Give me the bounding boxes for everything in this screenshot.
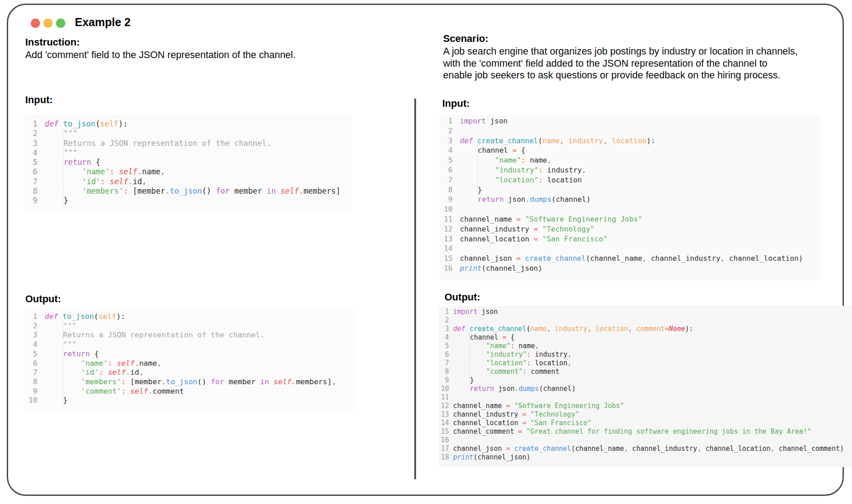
line-number: 9 (25, 387, 37, 396)
code-line: 8 'members': [member.to_json() for membe… (25, 377, 355, 387)
code-text: } (453, 376, 474, 385)
code-line: 9 } (439, 376, 852, 385)
code-text: def to_json(self): (45, 119, 128, 129)
line-number: 3 (25, 331, 37, 340)
code-line: 2 """ (25, 322, 355, 331)
right-output-code-block: 1import json23def create_channel(name, i… (439, 306, 852, 467)
code-line: 16print(channel_json) (441, 263, 820, 273)
code-text: channel = { (453, 333, 514, 342)
code-line: 17channel_json = create_channel(channel_… (439, 445, 852, 453)
code-line: 9 } (25, 196, 352, 205)
code-line: 1import json (439, 308, 852, 316)
code-text: channel_json = create_channel(channel_na… (453, 445, 844, 453)
line-number: 10 (439, 385, 449, 393)
line-number: 2 (441, 126, 453, 136)
code-line: 1def to_json(self): (25, 119, 352, 129)
scenario-label: Scenario: (443, 33, 488, 45)
code-line: 8 "comment": comment (439, 368, 852, 376)
line-number: 5 (25, 158, 37, 167)
code-line: 8 } (441, 185, 820, 195)
code-line: 15channel_comment = "Great channel for f… (439, 427, 852, 436)
maximize-window-icon[interactable] (56, 18, 65, 28)
instruction-text: Add 'comment' field to the JSON represen… (25, 49, 386, 61)
code-text: 'name': self.name, (45, 167, 165, 177)
code-line: 5 return { (25, 158, 352, 167)
line-number: 1 (25, 119, 37, 129)
line-number: 14 (441, 244, 453, 254)
right-input-code-block: 1import json23def create_channel(name, i… (439, 115, 820, 281)
code-line: 7 "location": location (441, 175, 820, 185)
line-number: 3 (441, 136, 453, 146)
code-text: def create_channel(name, industry, locat… (453, 325, 693, 333)
code-text: "industry": industry, (460, 165, 586, 175)
code-text: return json.dumps(channel) (453, 385, 576, 393)
code-line: 2 """ (25, 129, 352, 138)
close-window-icon[interactable] (31, 18, 40, 28)
code-line: 12channel_name = "Software Engineering J… (439, 402, 852, 410)
code-text: 'name': self.name, (45, 359, 161, 368)
right-input-label: Input: (442, 98, 470, 109)
code-line: 13channel_industry = "Technology" (439, 410, 852, 419)
code-line: 14channel_location = "San Francisco" (439, 419, 852, 427)
code-text: channel_industry = "Technology" (460, 224, 595, 234)
window-title: Example 2 (75, 16, 131, 29)
code-line: 3 Returns a JSON representation of the c… (25, 139, 352, 148)
code-text: } (460, 185, 482, 195)
line-number: 15 (441, 254, 453, 263)
code-line: 3def create_channel(name, industry, loca… (441, 136, 820, 146)
left-output-label: Output: (25, 293, 61, 305)
code-text: channel_location = "San Francisco" (460, 234, 608, 244)
line-number: 10 (441, 204, 453, 214)
code-text: } (45, 396, 68, 405)
left-input-label: Input: (25, 94, 53, 106)
code-text: return { (45, 158, 101, 167)
code-text: """ (45, 129, 78, 138)
left-input-code-block: 1def to_json(self):2 """3 Returns a JSON… (23, 114, 352, 211)
code-line: 14 (441, 244, 820, 254)
line-number: 17 (439, 445, 449, 453)
code-line: 3def create_channel(name, industry, loca… (439, 325, 852, 333)
code-line: 2 (441, 126, 820, 136)
line-number: 9 (441, 195, 453, 204)
scenario-text: A job search engine that organizes job p… (443, 45, 852, 82)
code-text: def to_json(self): (45, 312, 125, 322)
code-text: channel = { (460, 145, 526, 155)
code-text: 'members': [member.to_json() for member … (45, 186, 340, 196)
code-line: 16 (439, 436, 852, 445)
line-number: 4 (25, 148, 37, 158)
code-line: 7 "location": location, (439, 359, 852, 368)
example-window: Example 2 Instruction: Add 'comment' fie… (7, 4, 844, 496)
line-number: 18 (439, 453, 449, 462)
code-line: 5 "name": name, (439, 342, 852, 350)
line-number: 5 (439, 342, 449, 350)
code-line: 6 'name': self.name, (25, 359, 355, 368)
code-line: 5 return { (25, 350, 355, 359)
code-line: 11 (439, 393, 852, 402)
line-number: 7 (25, 177, 37, 186)
code-line: 2 (439, 316, 852, 325)
column-divider (414, 99, 416, 479)
line-number: 7 (441, 175, 453, 185)
code-text: 'id': self.id, (45, 177, 147, 186)
line-number: 16 (441, 263, 453, 273)
line-number: 1 (25, 312, 37, 322)
line-number: 2 (439, 316, 449, 325)
code-line: 4 """ (25, 340, 355, 350)
code-text: return json.dumps(channel) (460, 195, 591, 204)
code-line: 8 'members': [member.to_json() for membe… (25, 186, 352, 196)
line-number: 3 (439, 325, 449, 333)
line-number: 13 (439, 410, 449, 419)
minimize-window-icon[interactable] (43, 18, 53, 28)
code-text: import json (453, 308, 498, 316)
code-line: 9 return json.dumps(channel) (441, 195, 820, 204)
code-text: "industry": industry, (453, 350, 572, 359)
code-text: 'id': self.id, (45, 368, 144, 377)
line-number: 6 (25, 359, 37, 368)
code-line: 1def to_json(self): (25, 312, 355, 322)
code-text: print(channel_json) (460, 263, 542, 273)
code-line: 7 'id': self.id, (25, 177, 352, 186)
code-line: 6 'name': self.name, (25, 167, 352, 177)
line-number: 6 (25, 167, 37, 177)
code-text: "name": name, (453, 342, 539, 350)
line-number: 1 (441, 116, 453, 126)
